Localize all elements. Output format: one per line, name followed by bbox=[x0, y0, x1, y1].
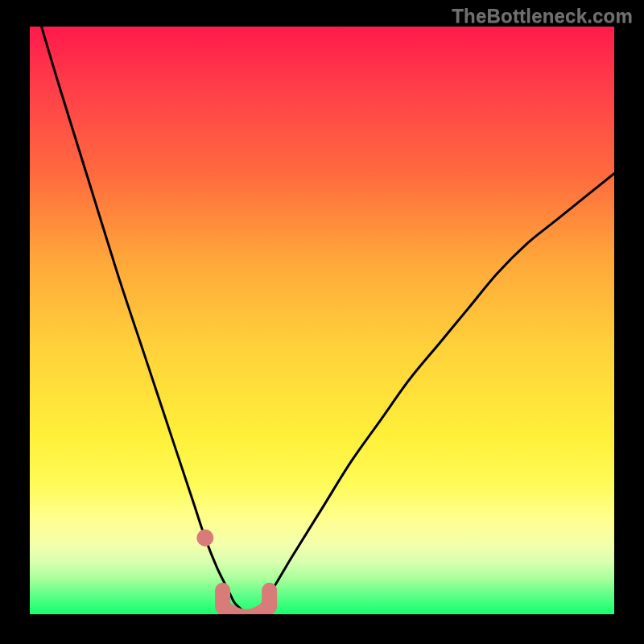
plot-area bbox=[30, 27, 614, 614]
chart-frame: TheBottleneck.com bbox=[0, 0, 644, 644]
marker-u bbox=[223, 590, 270, 614]
marker-left-dot bbox=[196, 530, 213, 547]
watermark-text: TheBottleneck.com bbox=[452, 5, 633, 27]
bottleneck-curve bbox=[42, 27, 614, 614]
curve-layer bbox=[30, 27, 614, 614]
